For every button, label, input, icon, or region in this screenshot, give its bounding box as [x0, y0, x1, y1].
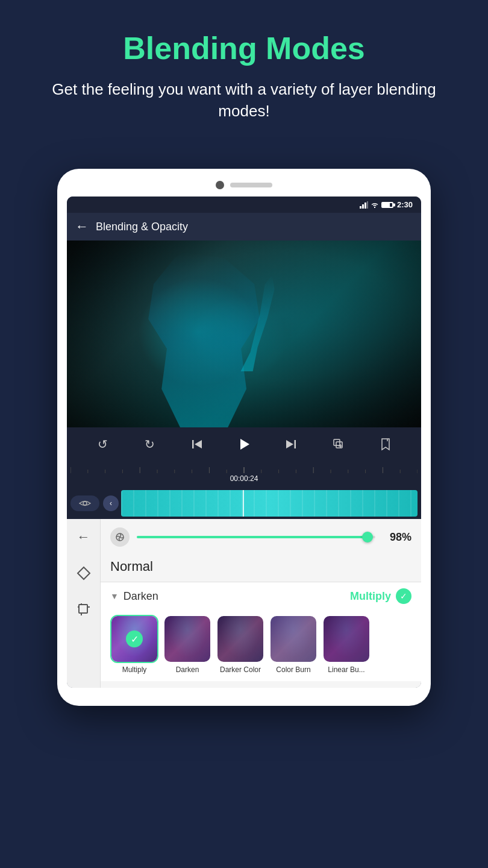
blend-thumbnails: ✓ Multiply Dar [101, 610, 421, 681]
crop-tool-button[interactable] [72, 597, 96, 621]
app-bar-title: Blending & Opacity [96, 221, 188, 233]
phone-camera [216, 181, 224, 189]
blend-thumb-img-linear-burn[interactable] [322, 615, 371, 663]
opacity-brush-icon [114, 532, 125, 542]
page-title: Blending Modes [36, 30, 452, 66]
page-background: Blending Modes Get the feeling you want … [0, 0, 488, 868]
battery-icon [381, 202, 393, 208]
play-button[interactable] [233, 433, 255, 455]
bookmark-button[interactable] [375, 433, 396, 455]
svg-marker-6 [240, 439, 249, 450]
svg-rect-7 [295, 440, 296, 448]
signal-icon [360, 201, 368, 209]
undo-button[interactable]: ↺ [92, 433, 113, 455]
blend-thumb-darken[interactable]: Darken [163, 615, 211, 674]
blend-section: ▼ Darken Multiply ✓ [101, 582, 421, 681]
track-collapse-button[interactable]: ‹ [103, 495, 119, 511]
skip-end-icon [285, 438, 297, 450]
add-clip-button[interactable] [328, 433, 349, 455]
add-clip-icon [332, 438, 345, 451]
bottom-panel: ← [67, 519, 421, 688]
svg-marker-8 [286, 440, 293, 448]
side-tools: ← [67, 519, 101, 688]
app-bar-back-button[interactable]: ← [75, 219, 89, 234]
blend-thumb-linear-burn[interactable]: Linear Bu... [322, 615, 371, 674]
skip-start-icon [191, 438, 203, 450]
blend-active-check: ✓ [396, 588, 411, 604]
track-area: ‹ [67, 488, 421, 519]
blend-active-mode-label: Multiply [350, 590, 391, 603]
svg-rect-1 [362, 204, 364, 209]
back-arrow-icon: ← [77, 529, 90, 545]
diamond-icon [77, 566, 91, 580]
svg-rect-4 [192, 440, 194, 448]
phone-screen: 2:30 ← Blending & Opacity ↺ [67, 197, 421, 688]
blend-section-header: ▼ Darken Multiply ✓ [101, 582, 421, 610]
timeline-container: 00:00:24 [67, 461, 421, 488]
opacity-slider[interactable] [137, 536, 375, 538]
eye-icon [79, 499, 91, 508]
svg-rect-2 [364, 203, 366, 209]
blend-thumb-color-burn[interactable]: Color Burn [269, 615, 318, 674]
blend-thumb-darker-color[interactable]: Darker Color [216, 615, 264, 674]
blend-label-color-burn: Color Burn [276, 665, 310, 674]
blend-thumb-check-multiply: ✓ [111, 616, 157, 662]
blend-thumb-img-darker-color[interactable] [216, 615, 264, 663]
skip-end-button[interactable] [280, 433, 302, 455]
transform-tool-button[interactable] [72, 561, 96, 585]
opacity-slider-thumb[interactable] [362, 532, 373, 542]
main-panel: 98% Normal ▼ Darken [101, 519, 421, 688]
status-icons [360, 201, 393, 209]
app-bar: ← Blending & Opacity [67, 213, 421, 241]
phone-mockup: 2:30 ← Blending & Opacity ↺ [57, 169, 431, 706]
svg-rect-0 [360, 206, 361, 209]
check-icon: ✓ [400, 591, 407, 601]
timeline-time-display: 00:00:24 [67, 473, 421, 485]
page-header: Blending Modes Get the feeling you want … [0, 0, 488, 140]
crop-icon [77, 602, 91, 617]
blend-section-name: Darken [124, 590, 158, 603]
blend-mode-label-row: Normal [101, 555, 421, 582]
phone-speaker [230, 183, 272, 187]
opacity-slider-fill [137, 536, 371, 538]
skip-start-button[interactable] [186, 433, 208, 455]
page-subtitle: Get the feeling you want with a variety … [36, 78, 452, 122]
video-preview [67, 241, 421, 427]
chevron-left-icon: ‹ [110, 499, 112, 508]
blend-thumb-img-multiply[interactable]: ✓ [110, 615, 158, 663]
phone-top-bar [67, 181, 421, 189]
blend-section-left: ▼ Darken [110, 590, 158, 603]
opacity-icon [110, 527, 130, 547]
svg-rect-9 [334, 439, 340, 445]
status-time: 2:30 [397, 200, 413, 209]
blend-label-linear-burn: Linear Bu... [328, 665, 364, 674]
check-circle-icon: ✓ [126, 631, 143, 647]
svg-marker-36 [78, 567, 90, 579]
svg-rect-10 [336, 442, 342, 448]
svg-point-35 [83, 502, 87, 505]
timeline-ruler [67, 464, 421, 473]
opacity-row: 98% [101, 519, 421, 555]
svg-marker-5 [195, 440, 202, 448]
track-eye-button[interactable] [70, 495, 99, 511]
svg-rect-3 [367, 201, 368, 209]
playback-controls: ↺ ↻ [67, 427, 421, 461]
blend-thumb-img-color-burn[interactable] [269, 615, 318, 663]
blend-thumb-multiply[interactable]: ✓ Multiply [110, 615, 158, 674]
blend-label-darken: Darken [176, 665, 199, 674]
opacity-value: 98% [383, 531, 411, 544]
redo-button[interactable]: ↻ [139, 433, 160, 455]
darken-section-arrow-icon: ▼ [110, 591, 119, 601]
blend-label-darker-color: Darker Color [220, 665, 261, 674]
bookmark-icon [380, 438, 392, 451]
status-bar: 2:30 [67, 197, 421, 213]
blend-mode-current-label: Normal [110, 559, 411, 574]
wifi-icon [371, 201, 379, 209]
blend-section-active: Multiply ✓ [350, 588, 411, 604]
track-clip[interactable] [121, 490, 418, 517]
blend-label-multiply: Multiply [122, 665, 147, 674]
blend-thumb-img-darken[interactable] [163, 615, 211, 663]
svg-rect-37 [79, 605, 87, 613]
play-icon [237, 438, 251, 451]
back-tool-button[interactable]: ← [72, 525, 96, 549]
